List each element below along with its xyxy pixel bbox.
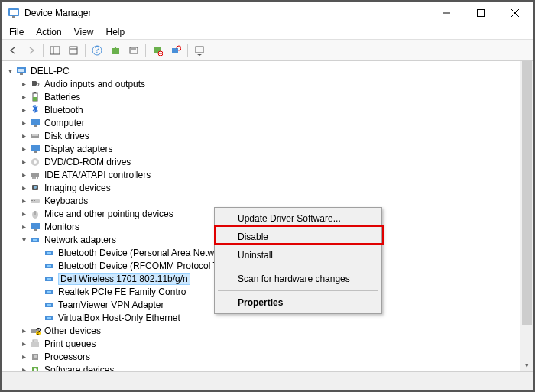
help-button[interactable]: ? <box>89 42 105 59</box>
svg-rect-34 <box>34 151 37 153</box>
context-menu-uninstall[interactable]: Uninstall <box>216 246 380 264</box>
chevron-right-icon[interactable]: ▸ <box>18 327 29 335</box>
svg-rect-13 <box>112 48 119 54</box>
tree-category[interactable]: ▸Disk drives <box>5 129 533 142</box>
app-icon <box>8 7 20 19</box>
chevron-right-icon[interactable]: ▸ <box>18 119 29 127</box>
toolbar: ? <box>2 40 533 61</box>
tree-device-label: Dell Wireless 1701 802.11b/g/n <box>58 273 190 285</box>
tree-category-label: Mice and other pointing devices <box>44 209 173 219</box>
scroll-thumb[interactable] <box>522 61 532 325</box>
tree-category[interactable]: ▸Display adapters <box>5 142 533 155</box>
tree-category-label: Other devices <box>44 326 101 336</box>
chevron-right-icon[interactable]: ▸ <box>18 340 29 348</box>
tree-category-label: Processors <box>44 352 90 362</box>
tree-category[interactable]: ▸Keyboards <box>5 194 533 207</box>
forward-button[interactable] <box>23 42 40 59</box>
svg-rect-14 <box>130 47 138 53</box>
category-icon <box>29 351 41 363</box>
category-icon <box>29 221 41 233</box>
category-icon <box>29 338 41 350</box>
menu-action[interactable]: Action <box>31 25 66 39</box>
network-adapter-icon <box>43 299 55 311</box>
chevron-right-icon[interactable]: ▸ <box>18 132 29 140</box>
view-dropdown-button[interactable] <box>191 42 208 59</box>
context-menu: Update Driver Software... Disable Uninst… <box>214 207 382 314</box>
vertical-scrollbar[interactable]: ▴ ▾ <box>520 61 533 371</box>
uninstall-button[interactable] <box>125 42 142 59</box>
chevron-right-icon[interactable]: ▸ <box>18 366 29 372</box>
category-icon <box>29 234 41 246</box>
menu-file[interactable]: File <box>5 25 28 39</box>
tree-category-label: Audio inputs and outputs <box>44 79 145 89</box>
tree-category-label: Imaging devices <box>44 183 111 193</box>
chevron-right-icon[interactable]: ▸ <box>18 197 29 205</box>
context-menu-update-driver[interactable]: Update Driver Software... <box>216 209 380 228</box>
svg-rect-70 <box>34 355 37 358</box>
chevron-right-icon[interactable]: ▸ <box>18 353 29 361</box>
chevron-right-icon[interactable]: ▸ <box>18 210 29 218</box>
status-bar <box>2 372 533 390</box>
chevron-right-icon[interactable]: ▸ <box>18 158 29 166</box>
svg-rect-27 <box>34 92 36 93</box>
svg-rect-37 <box>31 173 39 177</box>
tree-category-label: Disk drives <box>44 131 89 141</box>
tree-category[interactable]: ▸IDE ATA/ATAPI controllers <box>5 168 533 181</box>
properties-button[interactable] <box>65 42 82 59</box>
tree-category[interactable]: ▸Imaging devices <box>5 181 533 194</box>
tree-category[interactable]: ▸DVD/CD-ROM drives <box>5 155 533 168</box>
tree-root-label: DELL-PC <box>31 66 70 76</box>
svg-rect-22 <box>196 47 203 53</box>
svg-rect-67 <box>31 342 39 347</box>
tree-category[interactable]: ▸?Other devices <box>5 324 533 337</box>
chevron-down-icon[interactable]: ▾ <box>18 236 29 244</box>
tree-category[interactable]: ▸Processors <box>5 350 533 363</box>
tree-category[interactable]: ▸Software devices <box>5 363 533 371</box>
maximize-button[interactable] <box>463 2 498 24</box>
tree-device-label: Bluetooth Device (RFCOMM Protocol TDI) <box>58 261 231 271</box>
context-menu-separator <box>218 290 378 291</box>
tree-category[interactable]: ▸Bluetooth <box>5 103 533 116</box>
category-icon <box>29 117 41 129</box>
context-menu-properties[interactable]: Properties <box>216 293 380 312</box>
chevron-right-icon[interactable]: ▸ <box>18 184 29 192</box>
disable-button[interactable] <box>149 42 166 59</box>
tree-category[interactable]: ▸Audio inputs and outputs <box>5 77 533 90</box>
update-driver-button[interactable] <box>107 42 124 59</box>
context-menu-scan[interactable]: Scan for hardware changes <box>216 270 380 288</box>
svg-rect-19 <box>172 48 178 53</box>
svg-rect-59 <box>47 291 51 293</box>
category-icon <box>29 143 41 155</box>
chevron-right-icon[interactable]: ▸ <box>18 171 29 179</box>
tree-category[interactable]: ▸Batteries <box>5 90 533 103</box>
menu-view[interactable]: View <box>70 25 99 39</box>
category-icon <box>29 91 41 103</box>
tree-category-label: Batteries <box>44 92 80 102</box>
back-button[interactable] <box>5 42 21 59</box>
context-menu-disable[interactable]: Disable <box>216 228 380 246</box>
minimize-button[interactable] <box>429 2 463 24</box>
tree-category[interactable]: ▸Print queues <box>5 337 533 350</box>
category-icon <box>29 364 41 372</box>
scan-hardware-button[interactable] <box>167 42 184 59</box>
tree-category[interactable]: ▸Computer <box>5 116 533 129</box>
chevron-right-icon[interactable]: ▸ <box>18 106 29 114</box>
tree-root[interactable]: ▾ DELL-PC <box>5 64 533 77</box>
svg-rect-4 <box>477 9 484 16</box>
computer-icon <box>15 65 28 77</box>
scroll-down-icon[interactable]: ▾ <box>520 358 533 371</box>
chevron-right-icon[interactable]: ▸ <box>18 80 29 88</box>
svg-rect-44 <box>31 200 33 201</box>
svg-rect-48 <box>31 223 40 229</box>
menu-help[interactable]: Help <box>102 25 130 39</box>
close-button[interactable] <box>498 2 532 24</box>
svg-rect-63 <box>47 317 51 319</box>
chevron-right-icon[interactable]: ▸ <box>18 223 29 231</box>
svg-point-72 <box>34 368 37 371</box>
chevron-right-icon[interactable]: ▸ <box>18 93 29 101</box>
chevron-right-icon[interactable]: ▸ <box>18 145 29 153</box>
show-hide-console-button[interactable] <box>47 42 63 59</box>
svg-rect-9 <box>70 47 77 54</box>
chevron-down-icon[interactable]: ▾ <box>5 67 15 75</box>
svg-rect-33 <box>31 145 40 151</box>
